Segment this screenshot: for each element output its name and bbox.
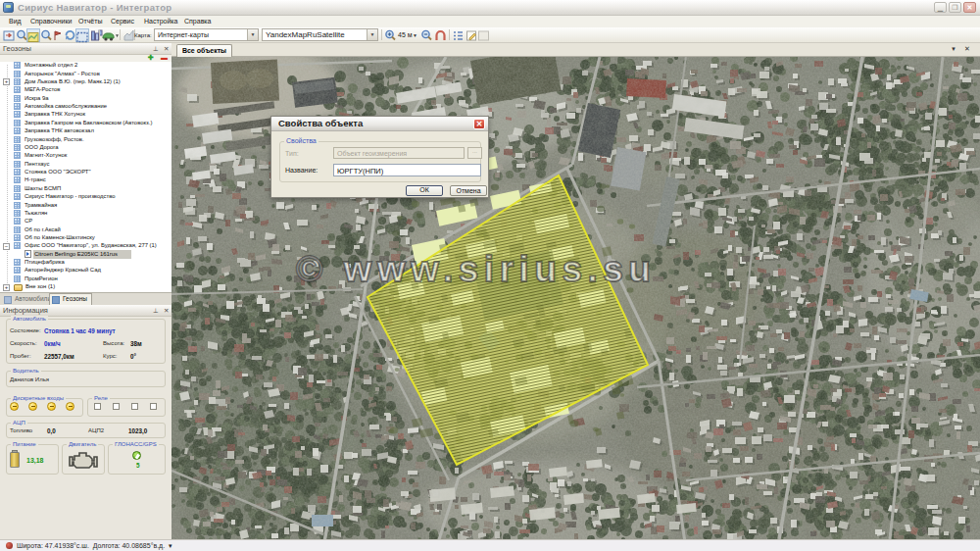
svg-text:© www.sirius.su: © www.sirius.su [296, 249, 656, 289]
